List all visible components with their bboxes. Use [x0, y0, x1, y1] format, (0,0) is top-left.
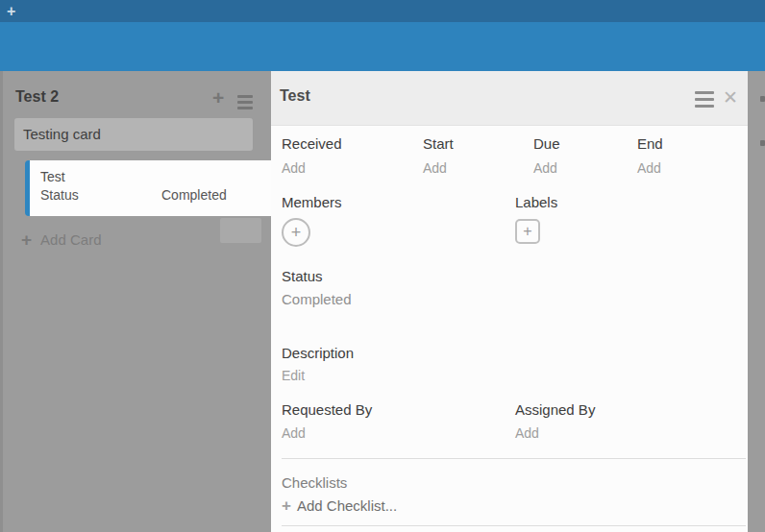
- next-list-peek: [760, 96, 765, 102]
- minicard-test[interactable]: Test Status Completed: [25, 160, 274, 216]
- minicard-field-label: Status: [40, 187, 79, 203]
- add-member-button[interactable]: +: [282, 218, 310, 247]
- status-label: Status: [282, 267, 352, 286]
- date-field-end: End Add: [637, 134, 663, 178]
- assigned-by-add-link[interactable]: Add: [515, 423, 595, 443]
- plus-icon: +: [282, 496, 291, 516]
- section-divider: [282, 525, 746, 526]
- requested-by-label: Requested By: [282, 400, 372, 420]
- members-label: Members: [282, 193, 342, 212]
- date-field-received: Received Add: [282, 134, 342, 178]
- card-detail-title: Test: [280, 87, 310, 105]
- labels-section: Labels +: [515, 193, 557, 244]
- date-add-link[interactable]: Add: [533, 158, 560, 178]
- add-board-icon[interactable]: +: [7, 2, 15, 21]
- checklists-label: Checklists: [282, 473, 347, 493]
- add-label-button[interactable]: +: [515, 219, 540, 244]
- card-detail-header: Test ✕: [271, 71, 748, 126]
- minicard-field-value: Completed: [161, 186, 227, 205]
- date-add-link[interactable]: Add: [282, 158, 342, 178]
- date-label: Due: [533, 134, 560, 154]
- description-edit-link[interactable]: Edit: [282, 366, 354, 385]
- requested-by-section: Requested By Add: [282, 400, 372, 443]
- add-card-button[interactable]: + Add Card: [21, 230, 101, 250]
- description-label: Description: [282, 344, 354, 363]
- requested-by-add-link[interactable]: Add: [282, 423, 372, 443]
- status-section: Status Completed: [282, 267, 352, 309]
- date-label: Start: [423, 134, 454, 154]
- board-header-bar: +: [0, 0, 765, 71]
- card-composer-input[interactable]: Testing card: [14, 118, 253, 151]
- date-add-link[interactable]: Add: [637, 158, 663, 178]
- next-list-peek: [760, 140, 765, 146]
- add-checklist-button[interactable]: + Add Checklist...: [282, 496, 397, 516]
- minicard-title: Test: [40, 168, 274, 186]
- wekan-board-screen: + Test 2 + Testing card Test Status Comp…: [0, 0, 765, 532]
- card-menu-icon[interactable]: [695, 91, 714, 111]
- description-section: Description Edit: [282, 344, 354, 385]
- assigned-by-section: Assigned By Add: [515, 400, 595, 443]
- card-shadow-patch: [220, 218, 261, 243]
- add-card-label: Add Card: [40, 230, 101, 250]
- date-field-due: Due Add: [533, 134, 560, 178]
- date-add-link[interactable]: Add: [423, 158, 454, 178]
- date-label: End: [637, 134, 663, 154]
- section-divider: [282, 458, 746, 459]
- list-add-icon[interactable]: +: [212, 86, 224, 109]
- plus-icon: +: [21, 230, 32, 250]
- labels-label: Labels: [515, 193, 557, 212]
- status-value: Completed: [282, 290, 352, 309]
- members-section: Members +: [282, 193, 342, 247]
- date-label: Received: [282, 134, 342, 154]
- list-title: Test 2: [15, 88, 59, 106]
- card-detail-panel: Test ✕ Received Add Start Add Due Add En…: [271, 71, 748, 532]
- list-menu-icon[interactable]: [237, 95, 253, 112]
- date-field-start: Start Add: [423, 134, 454, 178]
- board-left-edge: [0, 71, 3, 532]
- assigned-by-label: Assigned By: [515, 400, 595, 420]
- add-checklist-label: Add Checklist...: [297, 496, 397, 516]
- app-top-bar: +: [0, 0, 765, 22]
- close-icon[interactable]: ✕: [723, 86, 738, 109]
